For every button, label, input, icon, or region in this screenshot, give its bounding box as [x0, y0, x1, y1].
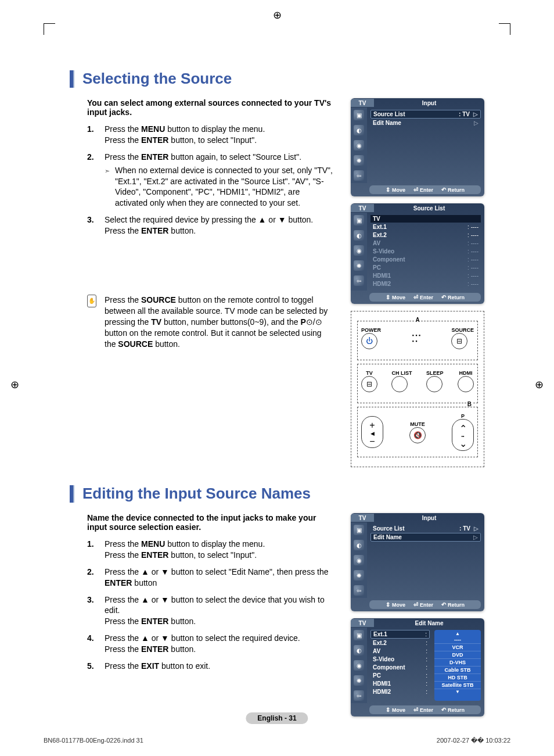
enter-icon: ⏎ — [413, 707, 418, 713]
intro-text: You can select among external sources co… — [70, 98, 333, 117]
osd-footer: ⇕Move ⏎Enter ↶Return — [369, 600, 481, 609]
step-body: Press the MENU button to display the men… — [105, 124, 333, 146]
osd-row: Ext.1: — [370, 630, 430, 639]
osd-sidebar-icons: ▣ ◐ ◉ ✺ ⇦ — [351, 628, 367, 703]
osd-row: HDMI2: ---- — [370, 280, 481, 288]
hdmi-button-icon — [458, 376, 474, 392]
osd-source-list-menu: TV Source List ▣ ◐ ◉ ✺ ⇦ TV E — [351, 203, 484, 304]
mute-label: MUTE — [409, 421, 426, 427]
section-header: Editing the Input Source Names — [70, 485, 484, 503]
osd-options-popup: ▲ ---- VCR DVD D-VHS Cable STB HD STB Sa… — [434, 630, 481, 701]
osd-title: Edit Name — [374, 620, 484, 626]
osd-row-edit-name: Edit Name▷ — [370, 533, 481, 542]
section-header: Selecting the Source — [70, 70, 484, 88]
osd-row-edit-name: Edit Name ▷ — [370, 119, 481, 127]
osd-option: Cable STB — [434, 667, 481, 674]
page: ⊕ ⊕ ⊕ Selecting the Source You can selec… — [0, 0, 554, 756]
osd-icon-channel: ◉ — [354, 555, 364, 565]
step-number: 3. — [87, 594, 105, 628]
osd-icon-setup: ✺ — [354, 570, 364, 581]
osd-icon-setup: ✺ — [354, 260, 364, 271]
osd-icon-input: ⇦ — [354, 170, 364, 181]
osd-option: D-VHS — [434, 659, 481, 667]
enter-icon: ⏎ — [413, 601, 418, 608]
figures-column: TV Input ▣ ◐ ◉ ✺ ⇦ Source List: TV▷ — [351, 513, 484, 723]
osd-icon-sound: ◐ — [354, 540, 364, 550]
osd-icon-sound: ◐ — [354, 645, 364, 655]
osd-icon-picture: ▣ — [354, 525, 364, 535]
osd-icon-input: ⇦ — [354, 585, 364, 596]
header-bar — [70, 70, 74, 88]
hdmi-label: HDMI — [458, 370, 474, 376]
section-title: Selecting the Source — [82, 70, 232, 88]
sleep-button-icon — [426, 376, 443, 392]
return-icon: ↶ — [441, 707, 446, 713]
step-1: 1. Press the MENU button to display the … — [87, 124, 333, 146]
osd-row: Ext.2: — [370, 639, 430, 647]
step-2: 2. Press the ENTER button again, to sele… — [87, 152, 333, 209]
callout-a: A — [414, 317, 420, 323]
crop-mark — [44, 23, 55, 35]
osd-tab: TV — [351, 99, 374, 107]
step-number: 3. — [87, 214, 105, 237]
osd-footer: ⇕Move ⏎Enter ↶Return — [369, 185, 481, 194]
remote-tip-text: Press the SOURCE button on the remote co… — [105, 295, 333, 349]
crop-mark — [499, 23, 510, 35]
step-number: 1. — [87, 124, 105, 146]
osd-footer: ⇕Move ⏎Enter ↶Return — [369, 293, 481, 302]
move-icon: ⇕ — [386, 707, 390, 713]
osd-row: PC: ---- — [370, 264, 481, 271]
move-icon: ⇕ — [386, 601, 390, 608]
osd-footer: ⇕Move ⏎Enter ↶Return — [369, 705, 481, 714]
osd-title: Source List — [374, 205, 484, 212]
osd-option: Satellite STB — [434, 682, 481, 689]
power-button-icon: ⏻ — [361, 333, 377, 349]
step-note: When no external device is connected to … — [115, 165, 333, 209]
step-number: 5. — [87, 661, 105, 672]
osd-icon-input: ⇦ — [354, 275, 364, 286]
osd-sidebar-icons: ▣ ◐ ◉ ✺ ⇦ — [351, 213, 367, 291]
osd-input-menu-2: TV Input ▣ ◐ ◉ ✺ ⇦ Source List: TV▷ — [351, 513, 484, 611]
page-number: English - 31 — [246, 712, 308, 724]
osd-icon-input: ⇦ — [354, 690, 364, 701]
osd-input-menu: TV Input ▣ ◐ ◉ ✺ ⇦ Source — [351, 98, 484, 196]
volume-rocker-icon: +◀− — [361, 416, 383, 448]
instructions-column: Name the device connected to the input j… — [70, 513, 339, 723]
return-icon: ↶ — [441, 294, 446, 300]
return-icon: ↶ — [441, 601, 446, 608]
osd-icon-picture: ▣ — [354, 110, 364, 120]
enter-icon: ⏎ — [413, 187, 418, 193]
osd-icon-channel: ◉ — [354, 140, 364, 151]
step-number: 2. — [87, 152, 105, 209]
registration-mark-right: ⊕ — [535, 378, 544, 391]
section-title: Editing the Input Source Names — [82, 485, 311, 503]
step-3: 3. Select the required device by pressin… — [87, 214, 333, 237]
osd-row-source-list: Source List : TV▷ — [370, 110, 481, 119]
registration-mark-left: ⊕ — [10, 378, 19, 391]
registration-mark-top: ⊕ — [273, 9, 282, 22]
tv-button-icon: ⊟ — [361, 376, 377, 392]
osd-tab: TV — [351, 619, 374, 627]
osd-icon-sound: ◐ — [354, 230, 364, 241]
intro-text: Name the device connected to the input j… — [70, 513, 333, 532]
osd-row-source-list: Source List: TV▷ — [370, 525, 481, 532]
osd-icon-picture: ▣ — [354, 215, 364, 225]
osd-sidebar-icons: ▣ ◐ ◉ ✺ ⇦ — [351, 522, 367, 598]
footer-file: BN68-01177B-00Eng-0226.indd 31 — [44, 737, 143, 744]
osd-title: Input — [374, 515, 484, 521]
osd-row: AV: ---- — [370, 239, 481, 247]
remote-tip: ✋ Press the SOURCE button on the remote … — [70, 295, 333, 349]
source-label: SOURCE — [451, 327, 474, 333]
chlist-button-icon — [391, 376, 408, 392]
osd-row: Ext.2: ---- — [370, 231, 481, 239]
step-number: 4. — [87, 633, 105, 655]
osd-row: S-Video: ---- — [370, 248, 481, 255]
osd-tab: TV — [351, 204, 374, 212]
osd-row: HDMI1: ---- — [370, 272, 481, 280]
osd-option: VCR — [434, 644, 481, 651]
figures-column: TV Input ▣ ◐ ◉ ✺ ⇦ Source — [351, 98, 484, 467]
step-4: 4.Press the ▲ or ▼ button to select the … — [87, 633, 333, 655]
osd-option: ---- — [434, 636, 481, 644]
osd-row: AV: — [370, 647, 430, 655]
osd-edit-name-menu: TV Edit Name ▣ ◐ ◉ ✺ ⇦ Ext — [351, 618, 484, 716]
